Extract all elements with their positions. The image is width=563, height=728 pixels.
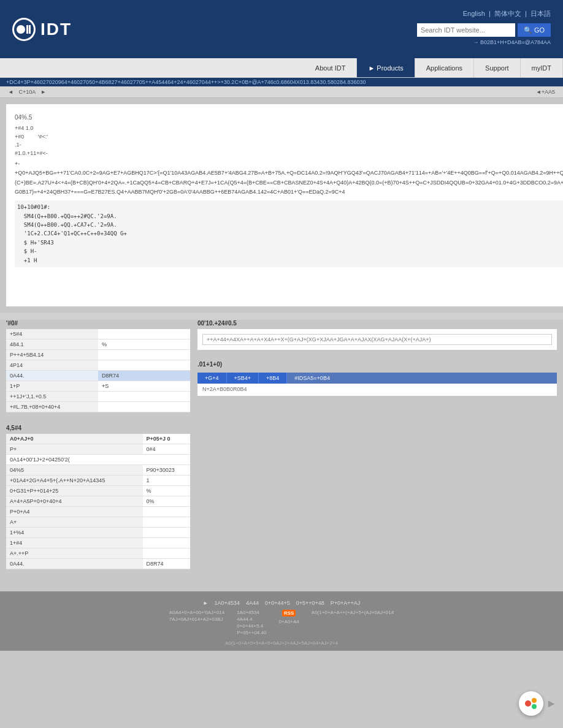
footer-links: ► 1A0+4534 4A44 0+0+44+5 0+5++0+48 P+0+A…: [6, 600, 557, 606]
logo-text: IDT: [40, 20, 72, 39]
footer-col2-item2[interactable]: 4A44.4: [237, 616, 266, 622]
lang-chinese[interactable]: 简体中文: [494, 10, 521, 17]
table-row: +5#4: [6, 329, 190, 339]
meta-line-4: #1.0.+11+#<-: [15, 150, 563, 158]
table-cell: [143, 507, 191, 517]
tabs-bar: +G+4 +SB4+ +8B4 #IDSA5=+0B4: [197, 373, 557, 384]
search-input[interactable]: [417, 23, 515, 37]
nav-support[interactable]: Support: [474, 58, 521, 77]
svg-rect-2: [29, 25, 31, 34]
logo-icon: [12, 18, 36, 41]
table-row: P+0+A4: [6, 507, 190, 517]
table-cell: A+.++P: [6, 548, 143, 559]
tab-item-2[interactable]: +SB4+: [227, 373, 259, 384]
lower-info: 4,5#4 A0+AJ+0 P+05+J 0 P+0#4 0A14+00'1J+…: [0, 425, 563, 575]
table-cell: [143, 517, 191, 528]
footer-link-1[interactable]: ►: [203, 600, 209, 606]
table-cell: 0+G31+P++014+25: [6, 486, 143, 496]
table-row-highlight: 0A44.D8R74: [6, 559, 190, 569]
table-cell-label: 484.1: [6, 339, 98, 350]
table-cell-value: [98, 392, 190, 402]
search-box: [197, 329, 557, 350]
article-header-line: 04%.5: [15, 113, 563, 122]
nav-bar: About IDT ► Products Applications Suppor…: [0, 58, 563, 78]
footer-rss-text: 0+A0+A4: [278, 619, 299, 624]
table-cell-value: [98, 329, 190, 339]
lang-english[interactable]: English: [463, 10, 485, 17]
table-cell: P90+30023: [143, 465, 191, 476]
table-cell: 1: [143, 476, 191, 486]
table-cell: 04%5: [6, 465, 143, 476]
table-row-highlight: 0A44.D8R74: [6, 371, 190, 381]
lang-japanese[interactable]: 日本語: [530, 10, 551, 17]
table-cell-value: +S: [98, 381, 190, 392]
footer-col2-item4[interactable]: P+05++04.40: [237, 630, 266, 635]
table-row: +01A4+2G+A4+5+(.A++N+20+A143451: [6, 476, 190, 486]
table-cell: %: [143, 486, 191, 496]
footer-col-rss: RSS 0+A0+A4: [278, 610, 299, 635]
table-cell: [143, 528, 191, 538]
article-paragraph: +-+Q0+AJQ5+BG=++71'CA0.0C+2=9AG+E7+AGBHQ…: [15, 159, 563, 197]
table-row: A+4+A5P+0+0+40+40%: [6, 496, 190, 507]
table-cell: 1+%4: [6, 528, 143, 538]
nav-products[interactable]: ► Products: [357, 58, 415, 77]
footer-link-6[interactable]: P+0+A++AJ: [331, 600, 361, 606]
results-title: .01+1+0): [197, 361, 557, 368]
lower-info-title: 4,5#4: [6, 425, 557, 431]
footer-col2-item1[interactable]: 1A0+4534: [237, 610, 266, 615]
table-cell-value: [98, 360, 190, 371]
tab-item-1[interactable]: +G+4: [197, 373, 227, 384]
rss-icon[interactable]: RSS: [282, 610, 296, 616]
table-cell: P+: [6, 444, 143, 455]
footer-col-4: A0(1+0+A+A++(+AJ+5+(AJ+0AJ+014: [312, 610, 394, 635]
footer-col1-text: A0A4+0+A+00+'0AJ+014: [169, 610, 224, 615]
footer-link-4[interactable]: 0+0+44+5: [265, 600, 290, 606]
svg-rect-1: [26, 25, 28, 34]
logo-area: IDT: [12, 18, 72, 41]
meta-line-1: +#4 1.0: [15, 124, 563, 133]
right-search-input[interactable]: [202, 334, 552, 345]
footer-link-3[interactable]: 4A44: [246, 600, 259, 606]
table-cell: 0%: [143, 496, 191, 507]
table-row: P++4+5B4.14: [6, 350, 190, 360]
meta-line-3: .1-: [15, 141, 563, 150]
meta-line-2: +#0 '#<:': [15, 133, 563, 142]
nav-about[interactable]: About IDT: [304, 58, 358, 77]
footer-link-2[interactable]: 1A0+4534: [215, 600, 240, 606]
svg-point-3: [525, 700, 531, 707]
header: IDT English | 简体中文 | 日本語 🔍 GO → B02B1+H+…: [0, 0, 563, 58]
table-cell-label: ++1J+'J,1.+0.5: [6, 392, 98, 402]
footer-col-1: A0A4+0+A+00+'0AJ+014 7AJ+0AJ+014+A2+03BJ: [169, 610, 224, 635]
header-right: English | 简体中文 | 日本語 🔍 GO → B02B1+H+D4AB…: [417, 9, 551, 45]
breadcrumb-item: C+10A: [17, 89, 37, 95]
table-cell: [143, 548, 191, 559]
table-header-col2: P+05+J 0: [143, 434, 191, 444]
table-row: 0+G31+P++014+25%: [6, 486, 190, 496]
corner-icon[interactable]: [519, 691, 543, 716]
tab-item-3[interactable]: +8B4: [259, 373, 287, 384]
nav-applications[interactable]: Applications: [415, 58, 474, 77]
article-code: 10+10#01#: SM4(Q++B00.+QQ=++2#QC.'2=9A. …: [15, 200, 563, 267]
lower-left-title: '#0#: [6, 320, 190, 327]
corner-widget: ►: [519, 691, 557, 716]
breadcrumb-back[interactable]: ◄: [8, 89, 13, 95]
lang-bar: English | 简体中文 | 日本語: [463, 9, 551, 18]
nav-myidt[interactable]: myIDT: [521, 58, 563, 77]
corner-arrow-icon[interactable]: ►: [546, 697, 557, 710]
footer-col-2: 1A0+4534 4A44.4 0+0+44+5.4 P+05++04.40: [237, 610, 266, 635]
lower-section: '#0# +5#4 484.1% P++4+5B4.14 4P14 0A44.D…: [0, 320, 563, 419]
table-row: +#L.7B.+08+0+40+4: [6, 402, 190, 412]
tab-item-4[interactable]: #IDSA5=+0B4: [287, 373, 557, 384]
table-cell-value: [98, 402, 190, 412]
search-button[interactable]: 🔍 GO: [518, 23, 551, 37]
table-cell-label: P++4+5B4.14: [6, 350, 98, 360]
article-meta-lines: +#4 1.0 +#0 '#<:' .1- #1.0.+11+#<-: [15, 124, 563, 157]
footer-link-5[interactable]: 0+5++0+48: [296, 600, 324, 606]
table-cell-label: 1+P: [6, 381, 98, 392]
tab-content: N+2A+B0B0R0B4: [197, 384, 557, 396]
footer-col2-item3[interactable]: 0+0+44+5.4: [237, 623, 266, 629]
lower-right: 00'10.+24#0.5 .01+1+0) +G+4 +SB4+ +8B4 #…: [197, 320, 557, 412]
table-cell-label: +5#4: [6, 329, 98, 339]
lower-right-title: 00'10.+24#0.5: [197, 320, 557, 327]
article-area: 04%.5 +#4 1.0 +#0 '#<:' .1- #1.0.+11+#<-…: [6, 104, 563, 306]
